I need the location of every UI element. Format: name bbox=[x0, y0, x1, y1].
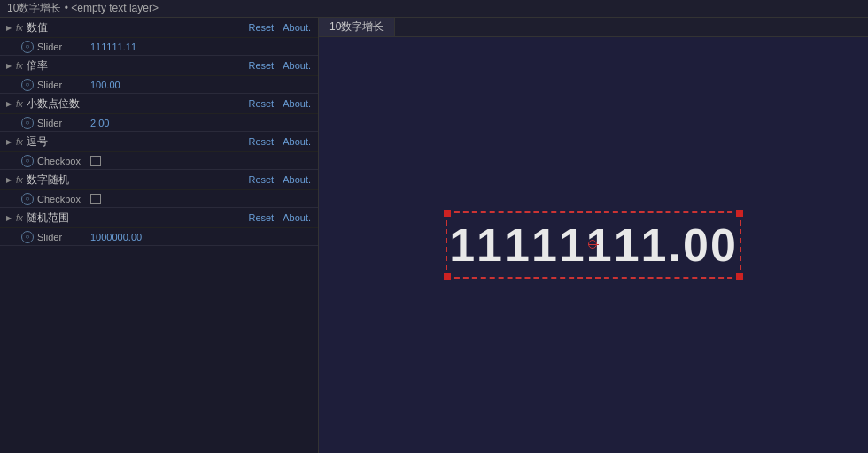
sub-icon: ○ bbox=[21, 41, 34, 53]
sub-row-checkbox[interactable]: ○ Checkbox bbox=[0, 189, 318, 207]
right-panel: 10数字增长 11111111.00 bbox=[319, 18, 868, 453]
sub-row-checkbox[interactable]: ○ Checkbox bbox=[0, 151, 318, 169]
reset-button[interactable]: Reset bbox=[243, 136, 279, 147]
effect-header-bei-lv[interactable]: ▶ fx 倍率 Reset About. bbox=[0, 56, 318, 75]
tab-preview[interactable]: 10数字增长 bbox=[319, 18, 395, 36]
tab-label: 10数字增长 bbox=[329, 19, 384, 35]
sub-value: 2.00 bbox=[90, 118, 314, 128]
main-layout: ▶ fx 数值 Reset About. ○ Slider 111111.11 … bbox=[0, 18, 868, 453]
corner-bl bbox=[444, 273, 451, 280]
chevron-icon: ▶ bbox=[4, 98, 14, 109]
fx-badge: fx bbox=[16, 213, 23, 223]
effect-header-sui-ji-fan-wei[interactable]: ▶ fx 随机范围 Reset About. bbox=[0, 208, 318, 227]
about-button[interactable]: About. bbox=[279, 22, 314, 33]
effect-group-shu-zi-sui-ji: ▶ fx 数字随机 Reset About. ○ Checkbox bbox=[0, 170, 318, 208]
preview-number: 11111111.00 bbox=[449, 219, 738, 271]
sub-label: Slider bbox=[37, 118, 90, 128]
sub-label: Slider bbox=[37, 232, 90, 242]
sub-value: 1000000.00 bbox=[90, 232, 314, 242]
chevron-icon: ▶ bbox=[4, 174, 14, 185]
sub-icon: ○ bbox=[21, 155, 34, 167]
sub-icon: ○ bbox=[21, 193, 34, 205]
preview-number-container: 11111111.00 bbox=[449, 219, 738, 272]
sub-value: 100.00 bbox=[90, 80, 314, 90]
effect-group-bei-lv: ▶ fx 倍率 Reset About. ○ Slider 100.00 bbox=[0, 56, 318, 94]
effect-group-xiao-shu: ▶ fx 小数点位数 Reset About. ○ Slider 2.00 bbox=[0, 94, 318, 132]
reset-button[interactable]: Reset bbox=[243, 98, 279, 109]
tab-bar: 10数字增长 bbox=[319, 18, 868, 37]
title-bar: 10数字增长 • <empty text layer> bbox=[0, 0, 868, 18]
effect-header-xiao-shu[interactable]: ▶ fx 小数点位数 Reset About. bbox=[0, 94, 318, 113]
effect-group-sui-ji-fan-wei: ▶ fx 随机范围 Reset About. ○ Slider 1000000.… bbox=[0, 208, 318, 246]
fx-badge: fx bbox=[16, 99, 23, 109]
effect-name: 随机范围 bbox=[27, 211, 244, 226]
sub-row-slider[interactable]: ○ Slider 1000000.00 bbox=[0, 227, 318, 245]
sub-label: Checkbox bbox=[37, 156, 90, 166]
sub-icon: ○ bbox=[21, 231, 34, 243]
about-button[interactable]: About. bbox=[279, 212, 314, 223]
sub-label: Slider bbox=[37, 80, 90, 90]
chevron-icon: ▶ bbox=[4, 212, 14, 223]
fx-badge: fx bbox=[16, 175, 23, 185]
about-button[interactable]: About. bbox=[279, 98, 314, 109]
reset-button[interactable]: Reset bbox=[243, 212, 279, 223]
chevron-icon: ▶ bbox=[4, 136, 14, 147]
sub-icon: ○ bbox=[21, 79, 34, 91]
sub-value: 111111.11 bbox=[90, 42, 314, 52]
effect-name: 逗号 bbox=[27, 134, 244, 150]
chevron-icon: ▶ bbox=[4, 22, 14, 33]
fx-badge: fx bbox=[16, 137, 23, 147]
title-text: 10数字增长 • <empty text layer> bbox=[7, 1, 159, 16]
checkbox-value[interactable] bbox=[90, 156, 101, 166]
sub-row-slider[interactable]: ○ Slider 111111.11 bbox=[0, 37, 318, 55]
effect-name: 倍率 bbox=[27, 58, 244, 73]
corner-tl bbox=[444, 210, 451, 217]
effect-header-shu-zhi[interactable]: ▶ fx 数值 Reset About. bbox=[0, 18, 318, 37]
reset-button[interactable]: Reset bbox=[243, 22, 279, 33]
chevron-icon: ▶ bbox=[4, 60, 14, 71]
sub-row-slider[interactable]: ○ Slider 2.00 bbox=[0, 113, 318, 131]
effect-group-shu-zhi: ▶ fx 数值 Reset About. ○ Slider 111111.11 bbox=[0, 18, 318, 56]
corner-tr bbox=[736, 210, 743, 217]
effects-container: ▶ fx 数值 Reset About. ○ Slider 111111.11 … bbox=[0, 18, 318, 246]
corner-br bbox=[736, 273, 743, 280]
effect-name: 数值 bbox=[27, 20, 244, 35]
checkbox-value[interactable] bbox=[90, 194, 101, 204]
fx-badge: fx bbox=[16, 23, 23, 33]
reset-button[interactable]: Reset bbox=[243, 174, 279, 185]
about-button[interactable]: About. bbox=[279, 174, 314, 185]
effect-header-shu-zi-sui-ji[interactable]: ▶ fx 数字随机 Reset About. bbox=[0, 170, 318, 189]
left-panel: ▶ fx 数值 Reset About. ○ Slider 111111.11 … bbox=[0, 18, 319, 453]
reset-button[interactable]: Reset bbox=[243, 60, 279, 71]
effect-name: 数字随机 bbox=[27, 173, 244, 188]
effect-name: 小数点位数 bbox=[27, 96, 244, 111]
about-button[interactable]: About. bbox=[279, 60, 314, 71]
effect-group-yuan-hao: ▶ fx 逗号 Reset About. ○ Checkbox bbox=[0, 132, 318, 170]
preview-area: 11111111.00 bbox=[319, 37, 868, 453]
effect-header-yuan-hao[interactable]: ▶ fx 逗号 Reset About. bbox=[0, 132, 318, 151]
sub-label: Checkbox bbox=[37, 194, 90, 204]
sub-row-slider[interactable]: ○ Slider 100.00 bbox=[0, 75, 318, 93]
sub-label: Slider bbox=[37, 42, 90, 52]
fx-badge: fx bbox=[16, 61, 23, 71]
sub-icon: ○ bbox=[21, 117, 34, 129]
about-button[interactable]: About. bbox=[279, 136, 314, 147]
